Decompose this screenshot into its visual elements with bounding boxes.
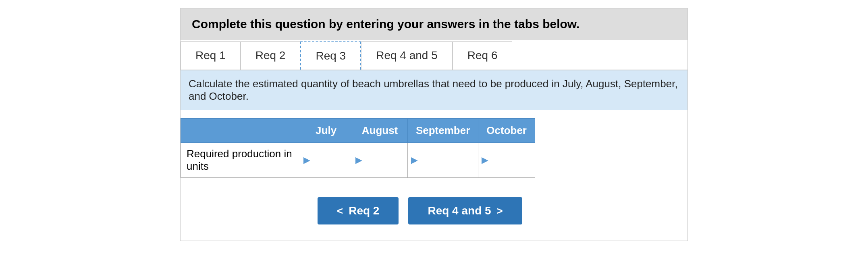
july-input-cell: ▶	[300, 143, 352, 178]
july-input[interactable]	[313, 152, 349, 169]
production-table: July August September October Required p…	[181, 118, 535, 178]
tab-req4and5[interactable]: Req 4 and 5	[361, 41, 453, 70]
september-arrow-icon: ▶	[411, 155, 418, 165]
table-section: July August September October Required p…	[181, 110, 687, 186]
september-input-cell: ▶	[407, 143, 478, 178]
august-arrow-icon: ▶	[355, 155, 362, 165]
tab-req3[interactable]: Req 3	[300, 41, 361, 70]
instruction-bar: Calculate the estimated quantity of beac…	[181, 70, 687, 110]
col-header-august: August	[352, 119, 408, 143]
prev-button[interactable]: < Req 2	[318, 197, 399, 224]
row-label: Required production in units	[181, 143, 300, 178]
tab-req2[interactable]: Req 2	[241, 41, 301, 70]
october-arrow-icon: ▶	[482, 155, 488, 165]
august-input-cell: ▶	[352, 143, 408, 178]
tab-req1[interactable]: Req 1	[181, 41, 241, 70]
next-button[interactable]: Req 4 and 5 >	[408, 197, 522, 224]
next-chevron-icon: >	[497, 205, 503, 217]
col-header-july: July	[300, 119, 352, 143]
navigation-row: < Req 2 Req 4 and 5 >	[181, 197, 687, 241]
july-arrow-icon: ▶	[303, 155, 310, 165]
prev-button-label: Req 2	[349, 204, 379, 217]
august-input[interactable]	[365, 152, 404, 169]
table-row: Required production in units ▶ ▶	[181, 143, 535, 178]
col-header-september: September	[407, 119, 478, 143]
header-banner: Complete this question by entering your …	[181, 8, 687, 40]
header-instruction: Complete this question by entering your …	[192, 17, 579, 31]
col-header-october: October	[478, 119, 535, 143]
table-header-row: July August September October	[181, 119, 535, 143]
october-input-cell: ▶	[478, 143, 535, 178]
next-button-label: Req 4 and 5	[428, 204, 491, 217]
october-input[interactable]	[491, 152, 532, 169]
main-container: Complete this question by entering your …	[180, 8, 688, 241]
prev-chevron-icon: <	[337, 205, 343, 217]
tab-req6[interactable]: Req 6	[453, 41, 513, 70]
col-header-label	[181, 119, 300, 143]
september-input[interactable]	[420, 152, 475, 169]
tabs-row: Req 1 Req 2 Req 3 Req 4 and 5 Req 6	[181, 41, 687, 70]
instruction-text: Calculate the estimated quantity of beac…	[189, 78, 678, 102]
